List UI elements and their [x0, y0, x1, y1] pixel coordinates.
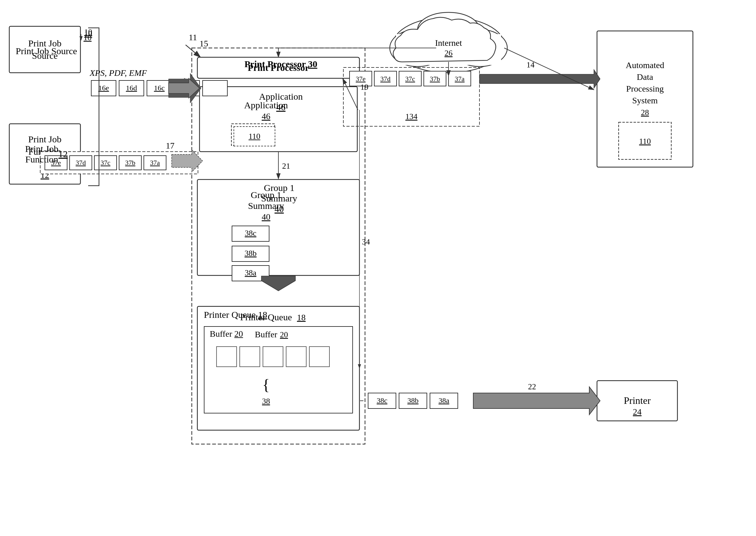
- svg-text:Data: Data: [637, 72, 653, 82]
- svg-text:37c: 37c: [405, 75, 415, 83]
- svg-text:Print Job: Print Job: [28, 134, 62, 144]
- svg-text:System: System: [632, 96, 658, 105]
- svg-text:20: 20: [280, 330, 288, 339]
- svg-line-98: [186, 45, 201, 57]
- svg-text:46: 46: [262, 112, 270, 121]
- svg-rect-25: [240, 347, 260, 367]
- svg-text:38b: 38b: [407, 396, 419, 405]
- svg-text:16e: 16e: [98, 84, 109, 92]
- svg-text:15: 15: [200, 39, 208, 48]
- svg-text:38b: 38b: [245, 249, 257, 258]
- svg-text:134: 134: [405, 112, 418, 121]
- svg-text:38a: 38a: [245, 268, 256, 277]
- svg-text:Summary: Summary: [248, 201, 284, 211]
- svg-text:Application: Application: [244, 100, 288, 110]
- svg-text:34: 34: [362, 237, 370, 246]
- svg-text:11: 11: [189, 32, 197, 42]
- svg-text:Processing: Processing: [626, 84, 664, 93]
- svg-text:38c: 38c: [377, 396, 388, 405]
- svg-rect-3: [200, 87, 357, 151]
- svg-text:18: 18: [297, 313, 306, 322]
- svg-text:Internet: Internet: [435, 38, 462, 48]
- svg-text:28: 28: [641, 108, 649, 117]
- svg-text:Printer Queue: Printer Queue: [240, 312, 292, 322]
- svg-text:Buffer: Buffer: [255, 330, 277, 339]
- svg-marker-120: [473, 387, 600, 415]
- ref-10: 10: [84, 29, 92, 39]
- svg-text:17: 17: [166, 141, 174, 151]
- svg-text:37d: 37d: [76, 159, 86, 166]
- svg-rect-31: [9, 26, 80, 73]
- box-110-app: 110: [234, 126, 275, 147]
- svg-text:22: 22: [528, 382, 536, 391]
- svg-text:38: 38: [262, 397, 270, 406]
- svg-text:37b: 37b: [125, 159, 136, 166]
- svg-text:37b: 37b: [430, 75, 440, 83]
- svg-text:40: 40: [262, 212, 270, 221]
- svg-rect-26: [263, 347, 283, 367]
- svg-text:38a: 38a: [439, 396, 450, 405]
- svg-text:21: 21: [282, 161, 290, 171]
- svg-text:Automated: Automated: [626, 60, 664, 70]
- svg-text:16c: 16c: [154, 84, 165, 92]
- svg-text:37e: 37e: [51, 159, 61, 166]
- svg-text:37a: 37a: [150, 159, 160, 166]
- svg-text:19: 19: [361, 83, 368, 92]
- svg-text:110: 110: [639, 137, 651, 146]
- svg-rect-48: [203, 81, 227, 96]
- svg-rect-24: [216, 347, 236, 367]
- svg-text:Print Job: Print Job: [28, 38, 62, 48]
- svg-text:Source: Source: [32, 50, 57, 61]
- svg-text:24: 24: [633, 407, 642, 417]
- svg-text:37d: 37d: [381, 75, 391, 83]
- svg-text:Group 1: Group 1: [251, 190, 281, 200]
- svg-marker-111: [480, 70, 600, 88]
- svg-marker-115: [261, 276, 296, 291]
- svg-text:38c: 38c: [245, 229, 256, 238]
- svg-text:Printer: Printer: [624, 395, 650, 406]
- svg-text:16d: 16d: [126, 84, 137, 92]
- svg-rect-28: [309, 347, 330, 367]
- svg-rect-21: [204, 326, 353, 413]
- svg-text:37a: 37a: [455, 75, 465, 83]
- svg-text:{: {: [262, 376, 270, 393]
- svg-rect-27: [286, 347, 306, 367]
- svg-text:Print Processor: Print Processor: [248, 62, 309, 73]
- svg-text:XPS, PDF, EMF: XPS, PDF, EMF: [89, 68, 147, 78]
- svg-text:37e: 37e: [356, 75, 365, 83]
- svg-text:26: 26: [445, 49, 453, 57]
- svg-text:37c: 37c: [101, 159, 110, 166]
